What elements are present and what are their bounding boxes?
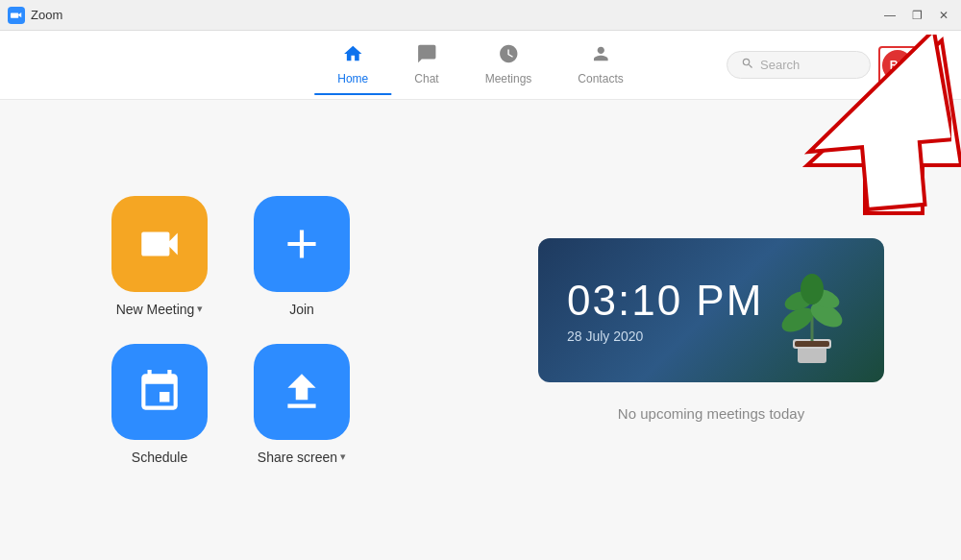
tab-home-label: Home <box>337 72 368 85</box>
nav-tabs: Home Chat Meetings Contacts <box>314 36 646 95</box>
title-bar: Zoom — ❐ ✕ <box>0 0 961 31</box>
nav-right: Search RS ⚙ <box>727 50 946 81</box>
contacts-icon <box>590 43 611 69</box>
new-meeting-chevron-icon: ▾ <box>197 303 203 315</box>
share-screen-action[interactable]: Share screen ▾ <box>254 344 350 465</box>
search-icon <box>741 57 754 73</box>
app-title: Zoom <box>31 8 62 22</box>
nav-bar: Home Chat Meetings Contacts Search <box>0 31 961 100</box>
tab-chat[interactable]: Chat <box>391 36 461 95</box>
clock-time: 03:10 PM <box>567 277 763 325</box>
left-panel: New Meeting ▾ Join <box>0 100 461 560</box>
new-meeting-label-text: New Meeting <box>116 302 195 317</box>
right-panel: 03:10 PM 28 July 2020 No upcomin <box>461 100 961 560</box>
search-box[interactable]: Search <box>727 51 871 79</box>
upload-icon <box>278 368 326 416</box>
join-button[interactable] <box>254 196 350 292</box>
tab-meetings[interactable]: Meetings <box>462 36 555 95</box>
zoom-logo-icon <box>8 7 25 24</box>
schedule-action[interactable]: Schedule <box>111 344 208 465</box>
restore-button[interactable]: ❐ <box>907 6 926 25</box>
camera-icon <box>136 220 184 268</box>
share-screen-chevron-icon: ▾ <box>340 450 346 463</box>
clock-date: 28 July 2020 <box>567 329 763 344</box>
tab-home[interactable]: Home <box>314 36 391 95</box>
main-content: New Meeting ▾ Join <box>0 100 961 560</box>
avatar[interactable]: RS <box>882 50 913 81</box>
join-label: Join <box>289 302 314 317</box>
meetings-icon <box>498 43 519 69</box>
tab-chat-label: Chat <box>414 72 438 85</box>
svg-rect-5 <box>795 341 829 347</box>
action-grid: New Meeting ▾ Join <box>111 196 350 465</box>
share-screen-label-text: Share screen <box>258 450 337 465</box>
home-icon <box>342 43 363 69</box>
join-action[interactable]: Join <box>254 196 350 317</box>
window-controls: — ❐ ✕ <box>880 6 953 25</box>
minimize-button[interactable]: — <box>880 6 899 25</box>
share-screen-label: Share screen ▾ <box>258 450 346 465</box>
calendar-icon <box>136 368 184 416</box>
search-placeholder: Search <box>760 58 856 72</box>
new-meeting-label: New Meeting ▾ <box>116 302 204 317</box>
clock-widget: 03:10 PM 28 July 2020 <box>538 238 884 382</box>
schedule-label: Schedule <box>132 450 187 465</box>
schedule-button[interactable] <box>111 344 208 440</box>
avatar-wrapper: RS <box>882 50 913 81</box>
new-meeting-button[interactable] <box>111 196 208 292</box>
svg-point-11 <box>801 274 824 304</box>
schedule-label-text: Schedule <box>132 450 187 465</box>
title-bar-left: Zoom <box>8 7 62 24</box>
tab-contacts[interactable]: Contacts <box>554 36 646 95</box>
share-screen-button[interactable] <box>254 344 350 440</box>
no-meetings-message: No upcoming meetings today <box>618 405 804 422</box>
clock-info: 03:10 PM 28 July 2020 <box>567 277 763 344</box>
avatar-initials: RS <box>890 59 906 72</box>
tab-meetings-label: Meetings <box>485 72 532 85</box>
close-button[interactable]: ✕ <box>934 6 953 25</box>
tab-contacts-label: Contacts <box>578 72 623 85</box>
plant-decoration <box>769 253 855 368</box>
plus-icon <box>278 220 326 268</box>
chat-icon <box>416 43 437 69</box>
settings-icon[interactable]: ⚙ <box>928 54 946 77</box>
online-status-dot <box>903 71 913 81</box>
new-meeting-action[interactable]: New Meeting ▾ <box>111 196 208 317</box>
join-label-text: Join <box>289 302 314 317</box>
